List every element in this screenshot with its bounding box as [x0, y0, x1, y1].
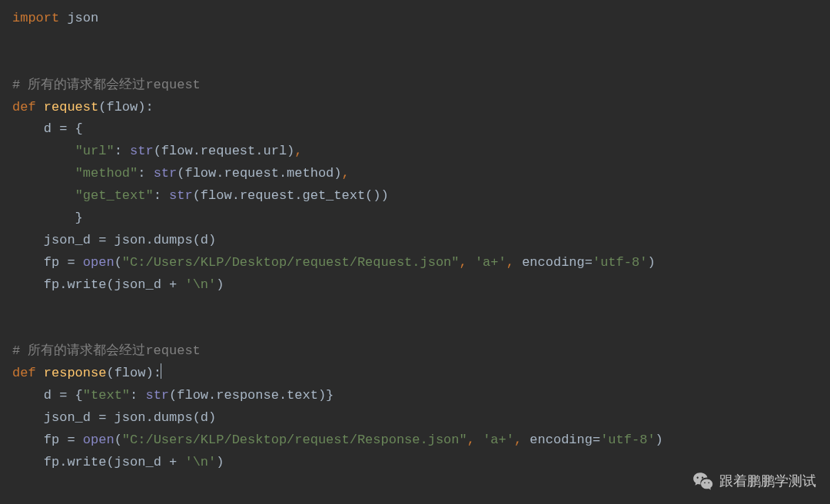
comment-line: # 所有的请求都会经过request	[12, 78, 201, 92]
paren-close: )	[216, 455, 224, 469]
indent	[12, 188, 75, 203]
string-path: "C:/Users/KLP/Desktop/request/Response.j…	[122, 433, 467, 447]
string-newline: '\n'	[184, 277, 216, 292]
kwarg-name: encoding	[530, 433, 593, 447]
builtin-str: str	[145, 388, 169, 403]
dict-key: "text"	[83, 388, 130, 403]
brace-close: }	[12, 211, 83, 225]
comma: ,	[467, 433, 483, 447]
function-name: response	[44, 366, 107, 380]
kwarg-name: encoding	[522, 255, 585, 270]
eq: =	[593, 433, 600, 447]
module-name: json	[59, 11, 98, 25]
sep: :	[130, 388, 145, 403]
indent	[12, 166, 75, 181]
watermark-text: 跟着鹏鹏学测试	[719, 469, 816, 493]
builtin-str: str	[154, 166, 178, 181]
paren: (	[115, 255, 122, 270]
keyword-def: def	[12, 366, 36, 380]
keyword-def: def	[12, 100, 36, 114]
indent: d = {	[12, 388, 83, 403]
comma: ,	[342, 166, 350, 181]
function-name: request	[44, 100, 98, 114]
builtin-open: open	[83, 433, 115, 447]
comment-line: # 所有的请求都会经过request	[12, 343, 201, 358]
indent	[12, 144, 75, 158]
code-line: fp.write(json_d +	[12, 455, 184, 469]
code-editor[interactable]: import json # 所有的请求都会经过request def reque…	[0, 0, 830, 482]
paren-close: )	[656, 433, 663, 447]
dict-key: "method"	[75, 166, 138, 181]
sep: :	[154, 188, 169, 203]
expr: (flow.request.method)	[177, 166, 341, 181]
comma: ,	[514, 433, 530, 447]
code-line: fp =	[12, 433, 83, 447]
text-cursor	[161, 363, 162, 379]
builtin-str: str	[169, 188, 193, 203]
keyword-import: import	[12, 11, 59, 25]
sep: :	[138, 166, 153, 181]
expr: (flow.request.url)	[154, 144, 295, 158]
expr: (flow.response.text)}	[169, 388, 334, 403]
dict-key: "url"	[75, 144, 115, 158]
string-mode: 'a+'	[475, 255, 506, 270]
string-newline: '\n'	[184, 455, 216, 469]
code-line: json_d = json.dumps(d)	[12, 233, 216, 247]
params: (flow):	[106, 366, 161, 380]
string-mode: 'a+'	[483, 433, 514, 447]
code-line: fp =	[12, 255, 83, 270]
wechat-icon	[692, 471, 714, 492]
comma: ,	[506, 255, 522, 270]
string-enc: 'utf-8'	[600, 433, 655, 447]
string-path: "C:/Users/KLP/Desktop/request/Request.js…	[122, 255, 460, 270]
builtin-open: open	[83, 255, 115, 270]
code-line: fp.write(json_d +	[12, 277, 184, 292]
paren: (	[115, 433, 122, 447]
dict-key: "get_text"	[75, 188, 154, 203]
builtin-str: str	[130, 144, 154, 158]
comma: ,	[294, 144, 302, 158]
params: (flow):	[98, 100, 153, 114]
eq: =	[585, 255, 593, 270]
code-line: json_d = json.dumps(d)	[12, 410, 216, 425]
string-enc: 'utf-8'	[593, 255, 647, 270]
paren-close: )	[216, 277, 224, 292]
code-line: d = {	[12, 121, 83, 136]
watermark: 跟着鹏鹏学测试	[692, 469, 816, 493]
sep: :	[115, 144, 130, 158]
expr: (flow.request.get_text())	[193, 188, 389, 203]
comma: ,	[460, 255, 475, 270]
paren-close: )	[647, 255, 655, 270]
